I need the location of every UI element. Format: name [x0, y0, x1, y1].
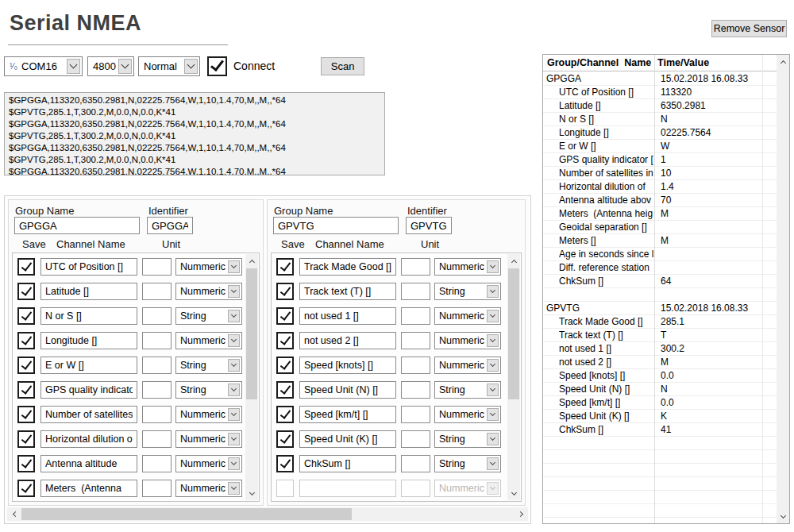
type-dropdown-button[interactable] [228, 384, 240, 396]
channel-checkbox[interactable] [17, 430, 35, 448]
table-row[interactable] [543, 437, 777, 450]
table-row[interactable]: ChkSum [] 64 [543, 275, 777, 288]
table-row[interactable]: Antenna altitude abov 70 [543, 194, 777, 207]
group-name-input[interactable] [273, 217, 399, 234]
list-scrollbar[interactable] [245, 254, 258, 500]
table-row[interactable]: Speed [knots] [] 0.0 [543, 369, 777, 383]
type-dropdown-button[interactable] [487, 260, 499, 273]
unit-input[interactable] [142, 406, 172, 423]
channel-checkbox[interactable] [276, 283, 294, 300]
type-combo[interactable]: Nummeric [175, 406, 242, 423]
channel-name-input[interactable] [299, 406, 396, 423]
type-combo[interactable]: Nummeric [434, 307, 501, 325]
channel-name-input[interactable] [299, 430, 396, 448]
type-dropdown-button[interactable] [228, 457, 240, 470]
table-row[interactable]: Number of satellites in 10 [543, 167, 777, 180]
table-row[interactable]: Geoidal separation [] [543, 221, 777, 234]
channel-checkbox[interactable] [17, 357, 35, 374]
channel-name-input[interactable] [40, 283, 137, 300]
type-dropdown-button[interactable] [228, 433, 240, 445]
type-dropdown-button[interactable] [228, 359, 240, 372]
unit-input[interactable] [142, 307, 172, 325]
scroll-down-button[interactable] [777, 511, 789, 523]
type-dropdown-button[interactable] [228, 285, 240, 298]
type-combo[interactable]: Nummeric [175, 332, 242, 349]
table-row[interactable] [543, 464, 777, 477]
channel-name-input[interactable] [40, 357, 137, 374]
type-combo[interactable]: String [434, 455, 501, 472]
unit-input[interactable] [142, 258, 172, 276]
type-dropdown-button[interactable] [228, 310, 240, 322]
table-row[interactable]: Speed [km/t] [] 0.0 [543, 396, 777, 410]
type-dropdown-button[interactable] [487, 334, 499, 347]
unit-input[interactable] [401, 430, 430, 448]
type-dropdown-button[interactable] [487, 433, 499, 445]
channel-checkbox[interactable] [276, 455, 294, 472]
unit-input[interactable] [142, 357, 172, 374]
channel-name-input[interactable] [40, 455, 137, 472]
table-scrollbar[interactable] [777, 55, 789, 523]
scrollbar-thumb[interactable] [508, 268, 519, 399]
type-combo[interactable]: Nummeric [434, 258, 501, 276]
channel-checkbox[interactable] [276, 258, 294, 276]
table-row[interactable]: not used 2 [] M [543, 356, 777, 369]
channel-checkbox[interactable] [17, 332, 35, 349]
type-dropdown-button[interactable] [487, 359, 499, 372]
scroll-left-button[interactable] [7, 507, 21, 521]
baud-dropdown-button[interactable] [118, 59, 132, 74]
group-name-input[interactable] [14, 217, 140, 234]
scan-button[interactable]: Scan [321, 57, 364, 75]
type-combo[interactable]: String [434, 283, 501, 300]
table-row[interactable]: UTC of Position [] 113320 [543, 86, 777, 99]
type-dropdown-button[interactable] [228, 408, 240, 421]
channel-name-input[interactable] [40, 258, 137, 276]
channel-name-input[interactable] [299, 455, 396, 472]
type-dropdown-button[interactable] [487, 285, 499, 298]
type-combo[interactable]: String [175, 307, 242, 325]
channel-name-input[interactable] [299, 480, 396, 497]
table-row[interactable]: Speed Unit (N) [] N [543, 383, 777, 396]
type-combo[interactable]: Nummeric [434, 480, 501, 497]
mode-combo[interactable]: Normal [138, 56, 200, 76]
table-row[interactable]: Age in seconds since l [543, 248, 777, 261]
scrollbar-thumb[interactable] [21, 508, 352, 520]
unit-input[interactable] [142, 283, 172, 300]
channel-checkbox[interactable] [276, 332, 294, 349]
channel-checkbox[interactable] [17, 406, 35, 423]
channel-name-input[interactable] [299, 258, 396, 276]
baud-rate-combo[interactable]: 4800 [87, 56, 134, 76]
channel-checkbox[interactable] [276, 357, 294, 374]
channel-checkbox[interactable] [17, 283, 35, 300]
channel-name-input[interactable] [40, 406, 137, 423]
channel-name-input[interactable] [299, 357, 396, 374]
type-dropdown-button[interactable] [228, 482, 240, 495]
type-combo[interactable]: Nummeric [175, 283, 242, 300]
type-combo[interactable]: Nummeric [175, 430, 242, 448]
table-row[interactable]: Horizontal dilution of 1.4 [543, 180, 777, 194]
unit-input[interactable] [142, 480, 172, 497]
channel-checkbox[interactable] [276, 307, 294, 325]
table-row[interactable]: Longitude [] 02225.7564 [543, 126, 777, 140]
type-combo[interactable]: String [175, 357, 242, 374]
channel-name-input[interactable] [40, 430, 137, 448]
connect-checkbox[interactable] [207, 56, 227, 76]
type-combo[interactable]: Nummeric [175, 480, 242, 497]
table-row[interactable]: Meters [] M [543, 234, 777, 248]
scroll-up-button[interactable] [507, 254, 520, 267]
type-combo[interactable]: Nummeric [434, 406, 501, 423]
unit-input[interactable] [142, 332, 172, 349]
table-row[interactable]: N or S [] N [543, 113, 777, 126]
channel-checkbox[interactable] [276, 381, 294, 399]
table-row[interactable] [543, 477, 777, 491]
table-row[interactable]: Speed Unit (K) [] K [543, 410, 777, 423]
scroll-up-button[interactable] [245, 254, 258, 267]
channel-checkbox[interactable] [17, 455, 35, 472]
table-row[interactable]: ChkSum [] 41 [543, 423, 777, 437]
table-row[interactable]: Track Made Good [] 285.1 [543, 315, 777, 329]
mode-dropdown-button[interactable] [184, 59, 198, 74]
type-combo[interactable]: String [434, 430, 501, 448]
channel-name-input[interactable] [299, 307, 396, 325]
column-header-name[interactable]: Group/Channel Name [547, 57, 651, 68]
type-dropdown-button[interactable] [228, 334, 240, 347]
channel-name-input[interactable] [40, 332, 137, 349]
